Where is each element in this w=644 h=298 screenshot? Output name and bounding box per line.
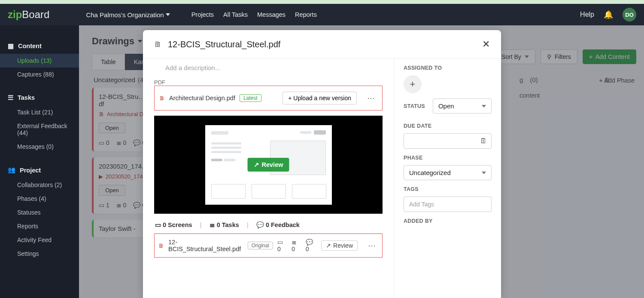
help-link[interactable]: Help: [580, 11, 594, 18]
review-button[interactable]: ↗ Review: [248, 158, 289, 172]
close-icon[interactable]: ✕: [482, 39, 490, 50]
sidebar-item-reports[interactable]: Reports: [0, 219, 79, 233]
project-icon: 👥: [8, 166, 15, 174]
tags-input[interactable]: Add Tags: [404, 197, 492, 212]
phase-label: PHASE: [404, 155, 492, 161]
sidebar-section-label: Project: [20, 167, 41, 174]
add-assignee-button[interactable]: +: [404, 75, 422, 93]
modal-sidebar: ASSIGNED TO + STATUS Open DUE DATE 🗓 PHA…: [394, 59, 501, 298]
assigned-to-label: ASSIGNED TO: [404, 65, 492, 71]
pdf-icon: 🗎: [158, 243, 164, 249]
org-name: Cha Palmos's Organization: [86, 11, 164, 18]
status-select[interactable]: Open: [433, 98, 492, 114]
screens-stat[interactable]: ▭ 0 Screens: [155, 221, 192, 229]
avatar[interactable]: DO: [623, 8, 636, 22]
file-version-row-original: 🗎 12-BCIS_Structural_Steel.pdf Original …: [155, 234, 382, 257]
pdf-icon: 🗎: [159, 95, 165, 101]
content-icon: ▦: [8, 43, 14, 49]
added-by-label: ADDED BY: [404, 218, 492, 224]
review-button-outline[interactable]: ↗ Review: [321, 240, 358, 251]
external-link-icon: ↗: [326, 242, 331, 249]
sidebar-item-uploads[interactable]: Uploads (13): [0, 54, 79, 68]
phase-select[interactable]: Uncategorized: [404, 165, 492, 180]
pdf-section-label: PDF: [154, 79, 383, 86]
original-badge: Original: [248, 242, 273, 249]
file-stats-bar: ▭ 0 Screens | ≣ 0 Tasks | 💬 0 Feedback: [154, 218, 383, 233]
top-right: Help 🔔 DO: [580, 8, 636, 22]
tasks-icon: ☰: [8, 94, 13, 101]
org-switcher[interactable]: Cha Palmos's Organization: [86, 11, 170, 18]
file-icon: 🗎: [154, 40, 162, 49]
file-version-row-latest: 🗎 Architectural Design.pdf Latest + Uplo…: [155, 87, 381, 109]
status-value: Open: [438, 102, 454, 110]
sidebar-section-label: Content: [18, 43, 42, 49]
logo-board: Board: [22, 9, 49, 21]
chevron-down-icon: [482, 105, 486, 108]
chevron-down-icon: [482, 172, 486, 174]
sidebar-section-content[interactable]: ▦ Content: [0, 38, 79, 54]
description-input[interactable]: Add a description...: [154, 63, 383, 79]
content-detail-modal: 🗎 12-BCIS_Structural_Steel.pdf ✕ Add a d…: [143, 30, 501, 298]
nav-reports[interactable]: Reports: [295, 11, 317, 18]
due-date-label: DUE DATE: [404, 123, 492, 129]
sidebar-item-phases[interactable]: Phases (4): [0, 192, 79, 206]
nav-all-tasks[interactable]: All Tasks: [223, 11, 248, 18]
tasks-stat[interactable]: ≣ 0 Tasks: [210, 221, 239, 229]
plus-icon: +: [288, 95, 293, 101]
nav-projects[interactable]: Projects: [191, 11, 214, 18]
review-label: Review: [262, 161, 283, 168]
external-link-icon: ↗: [254, 161, 259, 168]
screens-count: ▭ 0: [277, 239, 286, 252]
nav-messages[interactable]: Messages: [257, 11, 286, 18]
logo-zip: zip: [8, 9, 22, 21]
phase-value: Uncategorized: [409, 169, 451, 176]
bell-icon[interactable]: 🔔: [604, 10, 613, 19]
feedback-stat[interactable]: 💬 0 Feedback: [256, 221, 300, 229]
sidebar-section-label: Tasks: [18, 94, 35, 101]
file-name[interactable]: Architectural Design.pdf: [169, 95, 235, 101]
file-name[interactable]: 12-BCIS_Structural_Steel.pdf: [168, 239, 243, 252]
chevron-down-icon: [166, 13, 170, 16]
preview-document: ↗ Review: [205, 125, 332, 205]
sidebar-section-tasks[interactable]: ☰ Tasks: [0, 90, 79, 105]
tasks-count: ≣ 0: [292, 239, 300, 252]
modal-header: 🗎 12-BCIS_Structural_Steel.pdf ✕: [143, 30, 501, 59]
feedback-count: 💬 0: [306, 239, 315, 252]
file-row-stats: ▭ 0 ≣ 0 💬 0 ↗ Review: [277, 239, 358, 252]
more-options-icon[interactable]: ⋯: [365, 241, 378, 250]
more-options-icon[interactable]: ⋯: [365, 93, 377, 103]
sidebar-item-tasklist[interactable]: Task List (21): [0, 105, 79, 119]
latest-badge: Latest: [240, 94, 261, 102]
sidebar-item-external-feedback[interactable]: External Feedback (44): [0, 119, 79, 140]
review-label: Review: [333, 242, 353, 249]
sidebar: ▦ Content Uploads (13) Captures (88) ☰ T…: [0, 25, 79, 298]
sidebar-item-statuses[interactable]: Statuses: [0, 206, 79, 219]
sidebar-item-captures[interactable]: Captures (88): [0, 68, 79, 81]
modal-title: 12-BCIS_Structural_Steel.pdf: [168, 40, 280, 49]
top-bar: zipBoard Cha Palmos's Organization Proje…: [0, 4, 644, 25]
logo[interactable]: zipBoard: [8, 9, 49, 21]
sidebar-item-messages[interactable]: Messages (0): [0, 140, 79, 154]
sidebar-item-settings[interactable]: Settings: [0, 247, 79, 261]
calendar-icon: 🗓: [480, 137, 487, 145]
modal-main: Add a description... PDF 🗎 Architectural…: [143, 59, 394, 298]
tags-label: TAGS: [404, 186, 492, 192]
top-nav: Projects All Tasks Messages Reports: [191, 11, 317, 18]
sidebar-item-collaborators[interactable]: Collaborators (2): [0, 178, 79, 192]
due-date-input[interactable]: 🗓: [404, 133, 492, 149]
status-label: STATUS: [404, 103, 425, 109]
upload-new-version-button[interactable]: + Upload a new version: [283, 92, 357, 104]
sidebar-section-project[interactable]: 👥 Project: [0, 162, 79, 178]
pdf-preview: ↗ Review: [154, 116, 383, 214]
sidebar-item-activity-feed[interactable]: Activity Feed: [0, 233, 79, 247]
